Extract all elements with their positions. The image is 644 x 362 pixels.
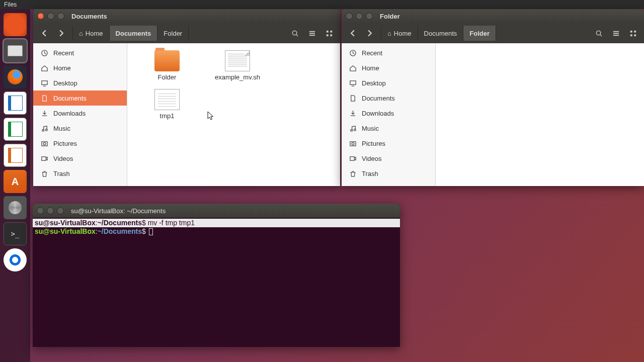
terminal-line: su@su-VirtualBox:~/Documents$ (33, 227, 400, 236)
search-button[interactable] (591, 26, 607, 41)
home-icon (349, 64, 357, 72)
folder-icon (154, 50, 180, 71)
sidebar-item-label: Downloads (53, 110, 86, 117)
terminal-body[interactable]: su@su-VirtualBox:~/Documents$ mv -f tmp … (33, 218, 400, 237)
back-button[interactable] (36, 26, 52, 41)
path-bar: ⌂Home Documents Folder (72, 26, 189, 41)
window-close-button[interactable] (346, 13, 353, 20)
view-grid-button[interactable] (321, 26, 337, 41)
sidebar-item-label: Pictures (362, 140, 385, 147)
videos-icon (40, 155, 48, 162)
file-item[interactable]: Folder (139, 50, 195, 81)
toolbar: ⌂Home Documents Folder (342, 23, 644, 43)
sidebar-item-home[interactable]: Home (33, 60, 127, 75)
music-icon (349, 125, 357, 132)
sidebar-item-downloads[interactable]: Downloads (33, 106, 127, 121)
view-grid-button[interactable] (625, 26, 641, 41)
svg-point-29 (350, 129, 352, 131)
view-list-button[interactable] (608, 26, 624, 41)
sidebar-item-videos[interactable]: Videos (33, 151, 127, 166)
trash-icon (349, 170, 357, 177)
window-minimize-button[interactable] (356, 13, 363, 20)
launcher-files-icon[interactable] (4, 39, 27, 62)
downloads-icon (349, 110, 357, 117)
path-home[interactable]: ⌂Home (381, 26, 418, 41)
launcher-impress-icon[interactable] (4, 144, 27, 167)
path-folder[interactable]: Folder (463, 26, 496, 41)
path-documents[interactable]: Documents (110, 26, 158, 41)
svg-point-12 (42, 129, 44, 131)
sidebar-item-home[interactable]: Home (342, 60, 435, 75)
launcher-settings-icon[interactable] (4, 196, 27, 219)
desktop-icon (349, 79, 357, 87)
svg-point-15 (43, 142, 46, 145)
window-close-button[interactable] (37, 207, 44, 214)
window-maximize-button[interactable] (57, 13, 64, 20)
search-button[interactable] (287, 26, 303, 41)
svg-point-30 (354, 129, 356, 131)
sidebar-item-videos[interactable]: Videos (342, 151, 435, 166)
svg-rect-20 (613, 33, 618, 34)
launcher-software-icon[interactable] (4, 170, 27, 193)
sidebar-item-label: Videos (53, 155, 73, 162)
path-folder[interactable]: Folder (157, 26, 189, 41)
sidebar-item-music[interactable]: Music (342, 121, 435, 136)
home-icon (40, 64, 48, 72)
launcher-calc-icon[interactable] (4, 118, 27, 141)
sidebar-item-trash[interactable]: Trash (33, 166, 127, 181)
home-icon: ⌂ (79, 30, 83, 37)
svg-rect-5 (326, 30, 328, 32)
menubar-app[interactable]: Files (4, 1, 17, 8)
svg-rect-25 (634, 34, 636, 36)
launcher-firefox-icon[interactable] (4, 65, 27, 88)
path-home[interactable]: ⌂Home (72, 26, 110, 41)
window-minimize-button[interactable] (47, 207, 54, 214)
window-maximize-button[interactable] (57, 207, 64, 214)
svg-rect-24 (630, 34, 632, 36)
toolbar: ⌂Home Documents Folder (33, 23, 340, 43)
videos-icon (349, 155, 357, 162)
sidebar-item-pictures[interactable]: Pictures (342, 136, 435, 151)
svg-rect-3 (309, 33, 314, 34)
svg-rect-19 (613, 31, 618, 32)
titlebar[interactable]: Documents (33, 9, 340, 23)
sidebar-item-music[interactable]: Music (33, 121, 127, 136)
launcher-terminal-icon[interactable] (4, 222, 27, 245)
sidebar-item-pictures[interactable]: Pictures (33, 136, 127, 151)
svg-rect-22 (630, 30, 632, 32)
sidebar-item-recent[interactable]: Recent (33, 45, 127, 60)
forward-button[interactable] (362, 26, 378, 41)
pictures-icon (349, 140, 357, 147)
svg-rect-7 (326, 34, 328, 36)
launcher-writer-icon[interactable] (4, 92, 27, 115)
file-item[interactable]: tmp1 (139, 89, 195, 120)
svg-rect-27 (350, 80, 355, 84)
titlebar[interactable]: su@su-VirtualBox: ~/Documents (33, 204, 400, 218)
forward-button[interactable] (53, 26, 69, 41)
launcher-dash-icon[interactable] (4, 13, 27, 36)
sidebar-item-label: Home (362, 64, 379, 72)
sidebar-item-documents[interactable]: Documents (342, 90, 435, 106)
launcher-teamviewer-icon[interactable] (4, 248, 27, 272)
view-list-button[interactable] (304, 26, 320, 41)
sidebar-item-downloads[interactable]: Downloads (342, 106, 435, 121)
path-bar: ⌂Home Documents Folder (381, 26, 496, 41)
window-close-button[interactable] (37, 13, 44, 20)
sidebar-item-label: Music (362, 125, 379, 132)
svg-rect-23 (634, 30, 636, 32)
file-item[interactable]: example_mv.sh (210, 50, 265, 81)
sidebar-item-desktop[interactable]: Desktop (342, 75, 435, 90)
window-minimize-button[interactable] (47, 13, 54, 20)
menubar: Files (0, 0, 644, 9)
path-documents[interactable]: Documents (418, 26, 464, 41)
window-maximize-button[interactable] (366, 13, 373, 20)
sidebar-item-label: Desktop (53, 79, 77, 87)
back-button[interactable] (345, 26, 361, 41)
sidebar-item-trash[interactable]: Trash (342, 166, 435, 181)
sidebar-item-recent[interactable]: Recent (342, 45, 435, 60)
file-content-area[interactable] (436, 43, 644, 186)
titlebar[interactable]: Folder (342, 9, 644, 23)
file-content-area[interactable]: Folderexample_mv.shtmp1 (127, 43, 340, 186)
sidebar-item-desktop[interactable]: Desktop (33, 75, 127, 90)
sidebar-item-documents[interactable]: Documents (33, 90, 127, 106)
